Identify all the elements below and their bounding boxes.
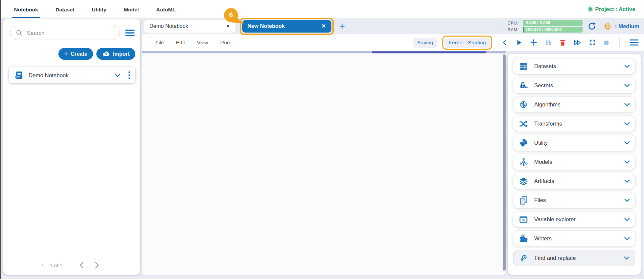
chevron-down-icon[interactable]: [624, 160, 630, 164]
nav-tab-dataset[interactable]: Dataset: [53, 1, 76, 18]
variable-explorer-icon: (x): [518, 216, 528, 223]
cpu-label: CPU:: [508, 20, 520, 26]
panel-item-secrets[interactable]: Secrets: [513, 78, 635, 93]
chip-icon: [604, 22, 611, 30]
saving-status-badge: Saving: [413, 38, 437, 48]
panel-item-transforms[interactable]: Transforms: [513, 116, 635, 132]
menu-edit[interactable]: Edit: [176, 40, 185, 46]
app-root: Notebook Dataset Utility Model AutoML Pr…: [0, 0, 644, 279]
chevron-down-icon[interactable]: [624, 122, 630, 126]
project-status-badge: Project : Active: [589, 0, 635, 18]
search-input[interactable]: Search: [10, 26, 120, 40]
nav-tab-notebook[interactable]: Notebook: [12, 1, 40, 18]
secrets-icon: [518, 81, 528, 90]
panel-item-algorithms[interactable]: Algorithms: [513, 97, 635, 112]
chevron-down-icon[interactable]: [624, 103, 630, 106]
panel-item-variable-explorer[interactable]: (x) Variable explorer: [513, 212, 635, 227]
pagination: 1 – 1 of 1: [3, 262, 140, 269]
artifacts-icon: [518, 177, 528, 186]
divider: [504, 20, 504, 32]
chevron-down-icon[interactable]: [624, 179, 630, 183]
top-nav: Notebook Dataset Utility Model AutoML Pr…: [0, 0, 644, 18]
menu-view[interactable]: View: [197, 40, 208, 46]
add-cell-icon[interactable]: [530, 39, 538, 46]
tab-demo-notebook[interactable]: Demo Notebook ✕: [144, 20, 235, 33]
tools-panel: Datasets Secrets Algorithms Transforms: [508, 54, 641, 275]
close-icon[interactable]: ✕: [226, 23, 230, 29]
window-edge: [0, 0, 1, 279]
panel-item-datasets[interactable]: Datasets: [513, 58, 635, 74]
chevron-down-icon[interactable]: [624, 84, 630, 87]
notebook-icon: [14, 71, 24, 80]
annotation-ring-kernel: Kernel : Starting: [442, 36, 492, 50]
divider: [619, 37, 620, 48]
transforms-icon: [518, 120, 528, 128]
cpu-usage-pill: 0.000 / 2.000: [523, 20, 583, 26]
ram-label: RAM:: [508, 27, 520, 32]
notebook-content-area: [142, 51, 506, 275]
writers-icon: [518, 234, 528, 243]
fullscreen-icon[interactable]: [589, 39, 596, 46]
create-button[interactable]: + Create: [58, 48, 93, 60]
chevron-down-icon[interactable]: [114, 74, 121, 77]
chevron-down-icon[interactable]: [624, 141, 630, 145]
panel-item-writers[interactable]: Writers: [513, 231, 635, 246]
delete-icon[interactable]: [559, 39, 566, 46]
page-prev-icon[interactable]: [77, 262, 86, 269]
kernel-status-badge: Kernel : Starting: [444, 38, 490, 48]
kernel-progress-bar: [372, 51, 487, 53]
instance-size-label: : Medium: [615, 23, 639, 30]
algorithms-icon: [518, 100, 528, 109]
cloud-download-icon: [102, 51, 110, 57]
plus-icon: +: [64, 51, 68, 57]
chevron-down-icon[interactable]: [624, 237, 630, 240]
svg-text:(x): (x): [521, 218, 525, 222]
search-placeholder: Search: [27, 30, 44, 36]
notebook-item-label: Demo Notebook: [29, 72, 109, 79]
divider: [600, 20, 600, 32]
page-next-icon[interactable]: [92, 262, 102, 269]
chevron-down-icon[interactable]: [624, 218, 630, 221]
menu-file[interactable]: File: [155, 40, 164, 46]
list-view-menu-icon[interactable]: [125, 30, 135, 36]
nav-tab-model[interactable]: Model: [122, 1, 141, 18]
run-all-icon[interactable]: [573, 39, 582, 46]
pagination-label: 1 – 1 of 1: [41, 263, 62, 268]
panel-item-artifacts[interactable]: Artifacts: [513, 173, 635, 189]
add-tab-button[interactable]: +: [339, 22, 345, 31]
nav-tab-automl[interactable]: AutoML: [154, 1, 178, 18]
toolbar-menu-icon[interactable]: [630, 39, 639, 46]
run-cell-icon[interactable]: [515, 39, 523, 46]
annotation-ring-new-notebook: New Notebook ✕: [240, 18, 334, 35]
resource-usage: CPU: 0.000 / 2.000 RAM: 190.340 / 8000.0…: [504, 18, 644, 34]
panel-item-utility[interactable]: Utility: [513, 135, 635, 151]
menu-run[interactable]: Run: [220, 40, 230, 46]
panel-item-find-and-replace[interactable]: Find and replace: [513, 250, 635, 266]
models-icon: [518, 158, 528, 166]
main-nav: Notebook Dataset Utility Model AutoML: [0, 1, 178, 18]
find-replace-icon: [519, 254, 529, 262]
import-button[interactable]: Import: [96, 48, 135, 60]
files-icon: [518, 196, 528, 205]
python-icon: [518, 139, 528, 147]
save-icon[interactable]: [545, 39, 552, 46]
search-icon: [16, 30, 22, 36]
chevron-down-icon[interactable]: [624, 64, 630, 68]
notebook-toolbar: File Edit View Run Saving Kernel : Start…: [142, 34, 644, 51]
chevron-down-icon[interactable]: [624, 256, 630, 260]
notebook-list-item[interactable]: Demo Notebook: [9, 67, 135, 83]
datasets-icon: [518, 62, 528, 71]
refresh-icon[interactable]: [588, 22, 596, 31]
kernel-progress-track: [142, 51, 506, 53]
panel-item-models[interactable]: Models: [513, 154, 635, 170]
kebab-menu-icon[interactable]: [128, 71, 130, 79]
nav-tab-utility[interactable]: Utility: [90, 1, 108, 18]
status-dot-icon: [589, 7, 592, 11]
chevron-down-icon[interactable]: [624, 198, 630, 202]
stop-icon[interactable]: [603, 39, 610, 46]
collapse-panel-icon[interactable]: [501, 39, 508, 46]
notebook-list-panel: Search + Create Import: [3, 18, 140, 275]
vertical-scrollbar[interactable]: [503, 54, 506, 271]
panel-item-files[interactable]: Files: [513, 192, 635, 208]
tab-new-notebook[interactable]: New Notebook ✕: [242, 20, 331, 33]
